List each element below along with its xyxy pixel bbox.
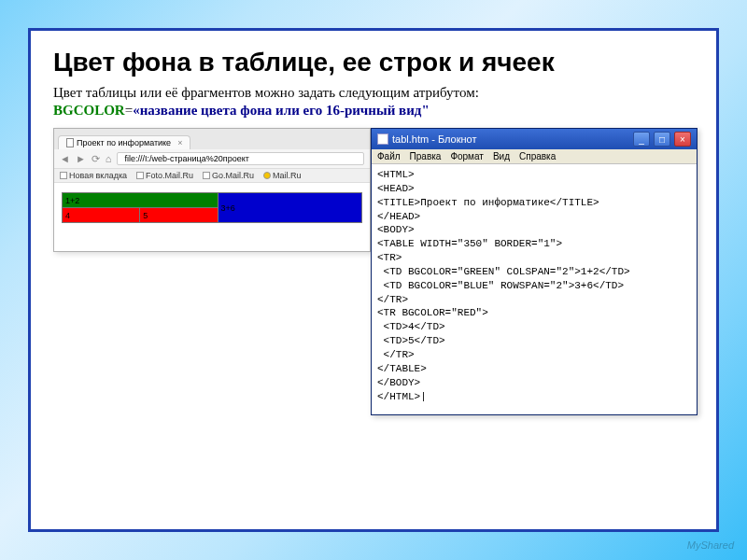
watermark: MyShared [687,539,734,551]
table-row: 1+2 3+6 [63,193,362,208]
browser-viewport: 1+2 3+6 4 5 [54,183,370,251]
notepad-window: tabl.htm - Блокнот _ □ × Файл Правка Фор… [371,128,698,415]
bookmark-item[interactable]: Foto.Mail.Ru [136,171,193,180]
notepad-title-text: tabl.htm - Блокнот [392,133,629,145]
demo-table: 1+2 3+6 4 5 [62,192,362,223]
url-text: file:///I:/web-страница%20проект [124,154,248,163]
close-button[interactable]: × [674,132,691,147]
reload-icon[interactable]: ⟳ [92,153,100,165]
bookmark-label: Mail.Ru [273,171,302,180]
bookmarks-bar: Новая вкладка Foto.Mail.Ru Go.Mail.Ru Ma… [54,169,370,183]
notepad-menubar: Файл Правка Формат Вид Справка [372,149,697,164]
screenshots-area: Проект по информатике × ◄ ► ⟳ ⌂ file:///… [53,128,698,445]
page-icon [203,172,210,179]
browser-tab[interactable]: Проект по информатике × [58,135,190,149]
forward-icon[interactable]: ► [76,153,86,164]
slide-description: Цвет таблицы или её фрагментов можно зад… [53,85,694,101]
menu-view[interactable]: Вид [493,151,510,161]
mail-icon [263,172,271,179]
browser-window: Проект по информатике × ◄ ► ⟳ ⌂ file:///… [53,128,371,252]
browser-tab-title: Проект по информатике [77,138,171,147]
slide-frame: Цвет фона в таблице, ее строк и ячеек Цв… [28,28,719,532]
red-cell: 4 [63,208,140,223]
back-icon[interactable]: ◄ [60,153,70,164]
attr-value: «название цвета фона или его 16-ричный в… [133,103,430,118]
blue-cell: 3+6 [218,193,361,223]
menu-help[interactable]: Справка [519,151,556,161]
browser-toolbar: ◄ ► ⟳ ⌂ file:///I:/web-страница%20проект [54,149,370,169]
menu-file[interactable]: Файл [377,151,401,161]
maximize-button[interactable]: □ [654,132,670,147]
attr-name: BGCOLOR [53,103,125,118]
slide-title: Цвет фона в таблице, ее строк и ячеек [53,48,694,77]
minimize-button[interactable]: _ [633,132,650,147]
browser-tabstrip: Проект по информатике × [54,129,370,149]
attribute-example: BGCOLOR=«название цвета фона или его 16-… [53,103,694,119]
address-bar[interactable]: file:///I:/web-страница%20проект [117,152,364,165]
close-icon[interactable]: × [177,138,182,147]
bookmark-item[interactable]: Go.Mail.Ru [203,171,254,180]
document-icon [66,138,74,147]
bookmark-item[interactable]: Новая вкладка [60,171,127,180]
green-cell: 1+2 [63,193,218,208]
notepad-text-area[interactable]: <HTML> <HEAD> <TITLE>Проект по информати… [372,164,697,414]
bookmark-item[interactable]: Mail.Ru [263,171,302,180]
notepad-icon [377,133,388,145]
home-icon[interactable]: ⌂ [106,153,112,164]
attr-eq: = [125,103,133,118]
notepad-titlebar: tabl.htm - Блокнот _ □ × [372,129,697,149]
bookmark-label: Foto.Mail.Ru [146,171,193,180]
bookmark-label: Новая вкладка [69,171,127,180]
page-icon [60,172,67,179]
red-cell: 5 [140,208,218,223]
menu-edit[interactable]: Правка [410,151,442,161]
bookmark-label: Go.Mail.Ru [212,171,254,180]
page-icon [136,172,144,179]
menu-format[interactable]: Формат [450,151,484,161]
